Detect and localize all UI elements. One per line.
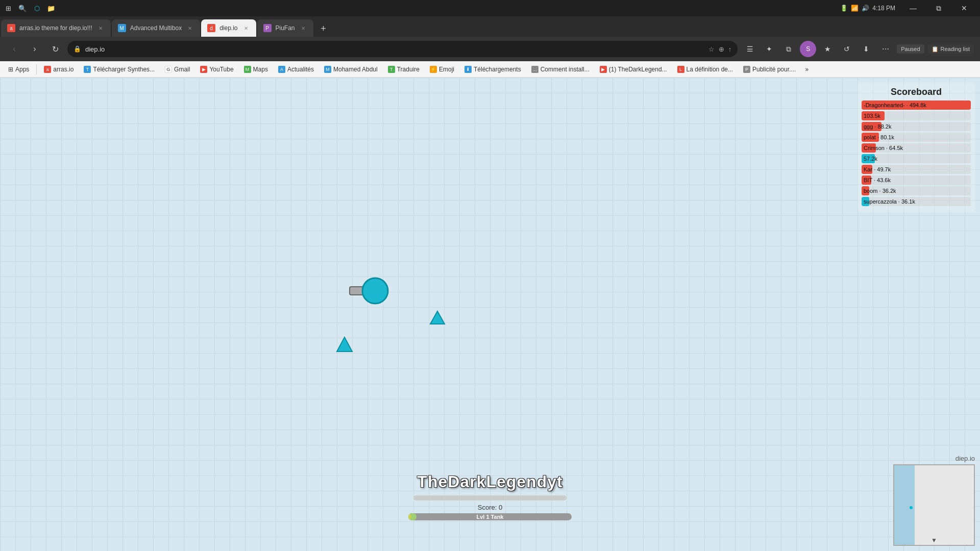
tab-arras[interactable]: a arras.io theme for diep.io!!! ✕ — [1, 19, 111, 37]
file-icon[interactable]: 📁 — [47, 4, 55, 12]
address-box[interactable]: 🔒 diep.io ☆ ⊕ ↑ — [67, 41, 738, 57]
bm-label-emoji: Emoji — [439, 66, 454, 73]
bookmark-comment[interactable]: ... Comment install... — [527, 65, 594, 74]
score-bar-container-8: boom · 36.2k — [862, 186, 971, 195]
bm-favicon-definition: L — [677, 66, 684, 73]
score-label-5: 57.2k — [864, 154, 971, 163]
bookmark-publicite[interactable]: P Publicité pour.... — [739, 65, 800, 74]
score-row-1: 103.5k — [862, 111, 971, 120]
bm-label-publicite: Publicité pour.... — [752, 66, 796, 73]
bm-favicon-maps: M — [244, 66, 251, 73]
bm-favicon-arras: a — [44, 66, 51, 73]
bm-favicon-emoji: ⚡ — [430, 66, 437, 73]
minimize-button[interactable]: — — [901, 0, 925, 16]
score-bar-container-0: -Dragonhearted- · 494.8k — [862, 101, 971, 110]
bookmark-gmail[interactable]: G Gmail — [161, 65, 194, 74]
bookmark-arras[interactable]: a arras.io — [40, 65, 78, 74]
svg-marker-1 — [430, 311, 445, 324]
bookmark-downloads[interactable]: ⬇ Téléchargements — [460, 65, 525, 74]
titlebar-left: ⊞ 🔍 ⬡ 📁 — [4, 4, 55, 12]
share-icon[interactable]: ↑ — [728, 45, 732, 53]
bm-favicon-mohamed: M — [324, 66, 331, 73]
score-bar-container-6: Kar · 49.7k — [862, 165, 971, 174]
score-row-3: polat · 80.1k — [862, 133, 971, 142]
bookmark-youtube[interactable]: ▶ YouTube — [196, 65, 237, 74]
score-row-5: 57.2k — [862, 154, 971, 163]
bm-label-arras: arras.io — [53, 66, 74, 73]
edge-icon[interactable]: ⬡ — [33, 4, 41, 12]
titlebar-right: 🔋 📶 🔊 4:18 PM — ⧉ ✕ — [840, 0, 976, 16]
score-label-0: -Dragonhearted- · 494.8k — [864, 101, 971, 110]
back-button[interactable]: ‹ — [6, 41, 22, 57]
close-button[interactable]: ✕ — [952, 0, 976, 16]
score-bar-container-7: BIT · 43.6k — [862, 176, 971, 185]
extensions-icon[interactable]: ⧉ — [780, 41, 797, 57]
tab-close-arras[interactable]: ✕ — [96, 24, 105, 32]
bm-favicon-thedarklegen: ▶ — [600, 66, 607, 73]
network-icon: 📶 — [851, 5, 859, 12]
bm-favicon-publicite: P — [743, 66, 750, 73]
bookmarks-more-button[interactable]: » — [802, 65, 812, 74]
reading-list-label: Reading list — [941, 46, 970, 52]
bookmark-traduire[interactable]: T Traduire — [384, 65, 424, 74]
player-hud: TheDarkLegendyt Score: 0 Lvl 1 Tank — [388, 472, 592, 520]
score-label-7: BIT · 43.6k — [864, 176, 971, 185]
tab-favicon-arras: a — [7, 24, 15, 32]
level-text: Lvl 1 Tank — [408, 513, 572, 520]
bookmark-separator-1 — [36, 64, 37, 74]
sys-icons: 🔋 📶 🔊 4:18 PM — [840, 5, 895, 12]
bookmark-telecharger[interactable]: T Télécharger Synthes... — [80, 65, 159, 74]
bookmark-maps[interactable]: M Maps — [240, 65, 272, 74]
score-label-8: boom · 36.2k — [864, 186, 971, 195]
level-bar: Lvl 1 Tank — [408, 513, 572, 520]
svg-marker-0 — [337, 337, 352, 352]
bm-favicon-telecharger: T — [84, 66, 91, 73]
collections-icon[interactable]: ⊕ — [719, 45, 724, 53]
new-tab-button[interactable]: + — [315, 20, 332, 37]
bookmark-emoji[interactable]: ⚡ Emoji — [426, 65, 458, 74]
downloads-icon[interactable]: ⬇ — [858, 41, 874, 57]
tab-label-piufan: PiuFan — [276, 24, 295, 32]
bookmark-definition[interactable]: L La définition de... — [673, 65, 737, 74]
toolbar-icons: ☰ ✦ ⧉ S ★ ↺ ⬇ ⋯ Paused 📋 Reading list — [742, 41, 974, 57]
tab-multibox[interactable]: M Advanced Multibox ✕ — [112, 19, 200, 37]
tab-piufan[interactable]: P PiuFan ✕ — [257, 19, 313, 37]
scoreboard-title: Scoreboard — [862, 87, 971, 97]
tab-favicon-piufan: P — [263, 24, 272, 32]
sidebar-icon[interactable]: ☰ — [742, 41, 758, 57]
paused-badge[interactable]: Paused — [897, 44, 924, 54]
apps-label: Apps — [15, 66, 29, 73]
minimap-player-dot — [910, 506, 913, 509]
maximize-button[interactable]: ⧉ — [927, 0, 950, 16]
copilot-icon[interactable]: ✦ — [761, 41, 777, 57]
tab-close-multibox[interactable]: ✕ — [186, 24, 194, 32]
tab-diep[interactable]: d diep.io ✕ — [201, 19, 256, 37]
tab-close-diep[interactable]: ✕ — [242, 24, 250, 32]
history-icon[interactable]: ↺ — [839, 41, 855, 57]
tab-label-multibox: Advanced Multibox — [130, 24, 182, 32]
bm-label-gmail: Gmail — [174, 66, 190, 73]
windows-icon[interactable]: ⊞ — [4, 4, 12, 12]
bookmark-apps[interactable]: ⊞ Apps — [4, 65, 33, 74]
bookmark-mohamed[interactable]: M Mohamed Abdul — [320, 65, 382, 74]
game-area[interactable]: Scoreboard -Dragonhearted- · 494.8k 103.… — [0, 78, 980, 551]
bookmark-actualites[interactable]: A Actualités — [274, 65, 318, 74]
refresh-button[interactable]: ↻ — [47, 41, 63, 57]
reading-list-button[interactable]: 📋 Reading list — [927, 44, 974, 54]
battery-icon: 🔋 — [840, 5, 848, 12]
search-icon[interactable]: 🔍 — [18, 4, 27, 12]
bookmark-thedarklegen[interactable]: ▶ (1) TheDarkLegend... — [596, 65, 671, 74]
star-icon[interactable]: ☆ — [708, 45, 715, 53]
tab-close-piufan[interactable]: ✕ — [299, 24, 307, 32]
bm-favicon-gmail: G — [165, 66, 172, 73]
reading-list-icon: 📋 — [932, 46, 939, 53]
lock-icon: 🔒 — [74, 45, 81, 53]
score-label-3: polat · 80.1k — [864, 133, 971, 142]
score-label-1: 103.5k — [864, 111, 971, 120]
favorites-icon[interactable]: ★ — [819, 41, 836, 57]
tab-label-diep: diep.io — [219, 24, 237, 32]
profile-icon[interactable]: S — [800, 41, 816, 57]
forward-button[interactable]: › — [27, 41, 43, 57]
settings-icon[interactable]: ⋯ — [877, 41, 894, 57]
score-bar-container-2: ggg · 88.2k — [862, 122, 971, 131]
